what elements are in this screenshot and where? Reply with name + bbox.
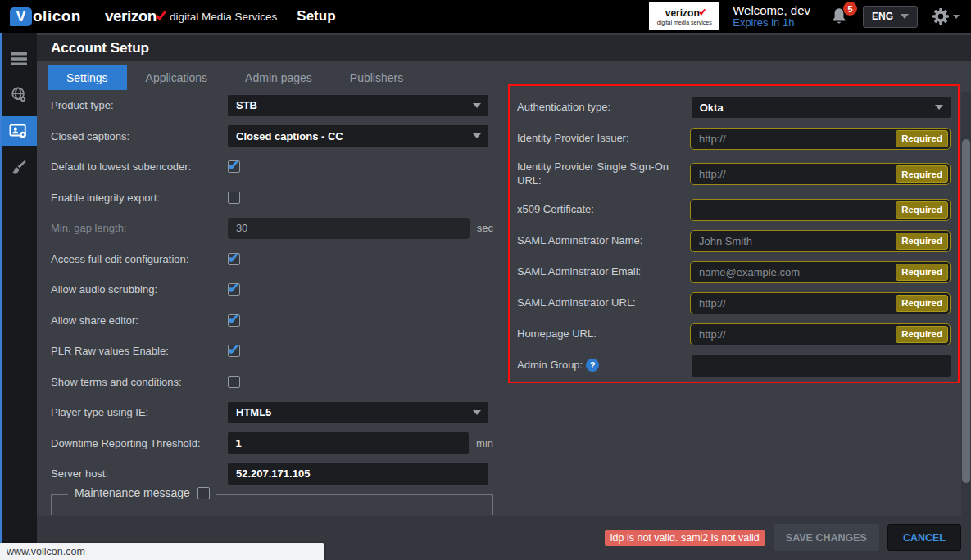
scrollbar-thumb[interactable]	[962, 139, 970, 483]
maintenance-message-fieldset: Maintenance message	[51, 494, 493, 515]
welcome-text: Welcome, dev	[733, 3, 810, 17]
form-row: Access full edit configuration:	[51, 244, 493, 275]
app-title: Setup	[297, 8, 335, 25]
form-row: Identity Provider Issuer: Required	[517, 123, 951, 154]
tab-applications[interactable]: Applications	[127, 65, 227, 90]
cancel-button[interactable]: CANCEL	[887, 524, 961, 551]
field-label: PLR Raw values Enable:	[51, 345, 228, 357]
chevron-down-icon	[901, 14, 909, 19]
field-label: Min. gap length:	[51, 222, 228, 234]
form-row: Enable integrity export:	[51, 183, 493, 214]
form-row: x509 Certificate: Required	[517, 194, 951, 225]
required-badge: Required	[896, 165, 948, 183]
form-row: Closed captions: Closed captions - CC	[51, 121, 493, 152]
form-row: Downtime Reporting Threshold: min	[51, 428, 493, 459]
notifications-button[interactable]: 5	[828, 6, 850, 27]
save-changes-button[interactable]: SAVE CHANGES	[774, 524, 879, 551]
sidebar-item-menu[interactable]	[0, 44, 37, 74]
notification-count-badge: 5	[843, 2, 857, 16]
field-label: x509 Certificate:	[517, 203, 690, 217]
form-row: Default to lowest subencoder:	[51, 151, 493, 183]
show-terms-checkbox[interactable]	[228, 376, 240, 388]
badge-sub: digital media services	[657, 20, 712, 25]
form-row: Identity Provider Single Sign-On URL: Re…	[517, 154, 951, 194]
form-row: Server host:	[51, 458, 493, 490]
required-badge: Required	[896, 201, 948, 219]
form-row: Authentication type: Okta	[517, 92, 951, 123]
closed-captions-select[interactable]: Closed captions - CC	[228, 125, 488, 147]
select-value: Closed captions - CC	[236, 130, 343, 142]
form-row: PLR Raw values Enable:	[51, 336, 493, 367]
unit-suffix: min	[476, 437, 493, 449]
hamburger-menu-icon	[11, 52, 27, 65]
default-lowest-subencoder-checkbox[interactable]	[228, 160, 240, 173]
required-badge: Required	[896, 233, 948, 250]
player-type-select[interactable]: HTML5	[228, 402, 488, 423]
status-bar-url: www.volicon.com	[0, 543, 324, 560]
sidebar-item-branding[interactable]	[0, 152, 37, 182]
brush-icon	[10, 158, 28, 176]
unit-suffix: sec	[477, 222, 493, 234]
language-label: ENG	[872, 11, 893, 22]
page-title: Account Setup	[51, 40, 149, 56]
form-row: SAML Adminstrator URL: Required	[517, 287, 951, 318]
form-row: Product type: STB	[51, 90, 493, 121]
select-value: Okta	[700, 102, 724, 114]
session-expires-text: Expires in 1h	[733, 17, 810, 29]
field-label: Identity Provider Single Sign-On URL:	[517, 160, 690, 188]
authentication-type-select[interactable]: Okta	[692, 97, 951, 118]
field-label: Show terms and conditions:	[51, 376, 228, 388]
field-label: Identity Provider Issuer:	[517, 132, 690, 146]
gear-icon	[931, 7, 951, 26]
field-label: SAML Adminstrator URL:	[517, 296, 690, 310]
downtime-threshold-input[interactable]	[228, 432, 469, 454]
field-label: Allow audio scrubbing:	[51, 283, 228, 296]
form-row: Player type using IE: HTML5	[51, 397, 493, 428]
server-host-input[interactable]	[228, 463, 488, 485]
plr-raw-values-checkbox[interactable]	[228, 345, 240, 357]
form-row: Allow audio scrubbing:	[51, 274, 493, 305]
field-label: SAML Adminstrator Name:	[517, 234, 690, 248]
sidebar-item-global-settings[interactable]	[0, 80, 37, 110]
field-label: Enable integrity export:	[51, 192, 228, 204]
select-value: HTML5	[236, 406, 271, 418]
language-selector[interactable]: ENG	[863, 6, 918, 28]
window-edge-accent	[0, 33, 2, 560]
tab-settings[interactable]: Settings	[48, 65, 127, 90]
tab-admin-pages[interactable]: Admin pages	[226, 65, 331, 90]
field-label: Admin Group:	[517, 359, 583, 373]
field-label: Homepage URL:	[517, 327, 690, 341]
product-type-select[interactable]: STB	[228, 95, 488, 116]
divider	[93, 7, 93, 26]
verizon-check-icon	[699, 7, 706, 15]
validation-error-message: idp is not valid. saml2 is not valid	[605, 530, 765, 546]
min-gap-length-input	[228, 218, 470, 239]
field-label: Downtime Reporting Threshold:	[51, 437, 228, 449]
sidebar-item-account-setup[interactable]	[0, 116, 37, 146]
sso-settings-panel: Authentication type: Okta Identity Provi…	[508, 84, 960, 383]
form-row: SAML Adminstrator Email: Required	[517, 256, 951, 287]
settings-menu-button[interactable]	[931, 7, 960, 26]
help-icon[interactable]: ?	[586, 359, 599, 372]
field-label: Default to lowest subencoder:	[51, 160, 228, 173]
verizon-wordmark: verizon	[105, 7, 157, 25]
globe-settings-icon	[10, 86, 28, 104]
form-row: Min. gap length: sec	[51, 213, 493, 244]
form-row: Homepage URL: Required	[517, 318, 951, 350]
select-value: STB	[236, 99, 257, 111]
access-full-edit-checkbox[interactable]	[228, 253, 240, 265]
field-label: Closed captions:	[51, 130, 228, 142]
verizon-check-icon	[156, 8, 167, 20]
volicon-logo[interactable]: V olicon	[10, 7, 81, 26]
tab-publishers[interactable]: Publishers	[331, 65, 422, 90]
volicon-logo-icon: V	[10, 7, 32, 26]
allow-audio-scrubbing-checkbox[interactable]	[228, 283, 240, 296]
enable-integrity-export-checkbox[interactable]	[228, 192, 240, 204]
allow-share-editor-checkbox[interactable]	[228, 314, 240, 327]
required-badge: Required	[896, 130, 948, 147]
form-row: Admin Group: ?	[517, 350, 951, 381]
verizon-account-badge: verizon digital media services	[649, 2, 719, 30]
scrollbar-track[interactable]	[961, 92, 971, 560]
chevron-down-icon	[953, 15, 960, 19]
admin-group-input[interactable]	[692, 355, 951, 377]
